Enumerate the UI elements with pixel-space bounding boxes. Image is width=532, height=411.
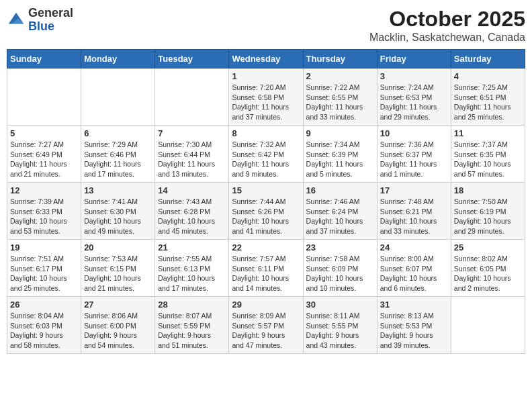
week-row-3: 12Sunrise: 7:39 AM Sunset: 6:33 PM Dayli… (7, 183, 525, 240)
week-row-5: 26Sunrise: 8:04 AM Sunset: 6:03 PM Dayli… (7, 297, 525, 354)
day-info: Sunrise: 8:11 AM Sunset: 5:55 PM Dayligh… (306, 311, 374, 351)
day-info: Sunrise: 7:25 AM Sunset: 6:51 PM Dayligh… (454, 83, 522, 122)
day-number: 5 (10, 128, 78, 138)
day-info: Sunrise: 7:53 AM Sunset: 6:15 PM Dayligh… (84, 254, 152, 293)
day-info: Sunrise: 7:46 AM Sunset: 6:24 PM Dayligh… (306, 197, 374, 236)
day-info: Sunrise: 7:58 AM Sunset: 6:09 PM Dayligh… (306, 254, 374, 293)
day-number: 12 (10, 185, 78, 195)
day-number: 17 (380, 185, 448, 195)
day-number: 1 (232, 71, 300, 81)
day-info: Sunrise: 7:27 AM Sunset: 6:49 PM Dayligh… (10, 140, 78, 179)
calendar-cell: 14Sunrise: 7:43 AM Sunset: 6:28 PM Dayli… (155, 183, 229, 240)
calendar-cell: 16Sunrise: 7:46 AM Sunset: 6:24 PM Dayli… (303, 183, 377, 240)
day-info: Sunrise: 8:06 AM Sunset: 6:00 PM Dayligh… (84, 311, 152, 351)
day-info: Sunrise: 7:32 AM Sunset: 6:42 PM Dayligh… (232, 140, 300, 179)
day-number: 13 (84, 185, 152, 195)
calendar-table: SundayMondayTuesdayWednesdayThursdayFrid… (7, 49, 525, 354)
day-info: Sunrise: 8:04 AM Sunset: 6:03 PM Dayligh… (10, 311, 78, 351)
page-header: General Blue October 2025 Macklin, Saska… (7, 7, 525, 44)
calendar-cell: 28Sunrise: 8:07 AM Sunset: 5:59 PM Dayli… (155, 297, 229, 354)
day-number: 21 (158, 242, 226, 253)
day-number: 7 (158, 128, 226, 138)
day-info: Sunrise: 7:29 AM Sunset: 6:46 PM Dayligh… (84, 140, 152, 179)
calendar-cell: 1Sunrise: 7:20 AM Sunset: 6:58 PM Daylig… (229, 68, 303, 126)
calendar-cell (451, 297, 525, 354)
day-number: 23 (306, 242, 374, 253)
calendar-cell: 22Sunrise: 7:57 AM Sunset: 6:11 PM Dayli… (229, 240, 303, 297)
calendar-cell: 29Sunrise: 8:09 AM Sunset: 5:57 PM Dayli… (229, 297, 303, 354)
day-number: 29 (232, 300, 300, 310)
day-info: Sunrise: 7:30 AM Sunset: 6:44 PM Dayligh… (158, 140, 226, 179)
calendar-cell: 11Sunrise: 7:37 AM Sunset: 6:35 PM Dayli… (451, 126, 525, 183)
day-number: 16 (306, 185, 374, 195)
calendar-cell: 26Sunrise: 8:04 AM Sunset: 6:03 PM Dayli… (7, 297, 81, 354)
day-info: Sunrise: 7:55 AM Sunset: 6:13 PM Dayligh… (158, 254, 226, 293)
calendar-cell: 23Sunrise: 7:58 AM Sunset: 6:09 PM Dayli… (303, 240, 377, 297)
logo-icon (7, 11, 26, 30)
day-number: 11 (454, 128, 522, 138)
day-number: 8 (232, 128, 300, 138)
calendar-cell: 27Sunrise: 8:06 AM Sunset: 6:00 PM Dayli… (81, 297, 155, 354)
calendar-cell: 31Sunrise: 8:13 AM Sunset: 5:53 PM Dayli… (377, 297, 451, 354)
calendar-subtitle: Macklin, Saskatchewan, Canada (369, 32, 525, 44)
week-row-4: 19Sunrise: 7:51 AM Sunset: 6:17 PM Dayli… (7, 240, 525, 297)
day-info: Sunrise: 8:07 AM Sunset: 5:59 PM Dayligh… (158, 311, 226, 351)
day-info: Sunrise: 7:57 AM Sunset: 6:11 PM Dayligh… (232, 254, 300, 293)
day-info: Sunrise: 7:34 AM Sunset: 6:39 PM Dayligh… (306, 140, 374, 179)
day-info: Sunrise: 7:43 AM Sunset: 6:28 PM Dayligh… (158, 197, 226, 236)
day-info: Sunrise: 7:41 AM Sunset: 6:30 PM Dayligh… (84, 197, 152, 236)
day-number: 27 (84, 300, 152, 310)
week-row-2: 5Sunrise: 7:27 AM Sunset: 6:49 PM Daylig… (7, 126, 525, 183)
header-friday: Friday (377, 50, 451, 68)
day-number: 25 (454, 242, 522, 253)
calendar-cell: 12Sunrise: 7:39 AM Sunset: 6:33 PM Dayli… (7, 183, 81, 240)
day-number: 26 (10, 300, 78, 310)
calendar-cell: 20Sunrise: 7:53 AM Sunset: 6:15 PM Dayli… (81, 240, 155, 297)
day-number: 6 (84, 128, 152, 138)
day-number: 9 (306, 128, 374, 138)
day-number: 14 (158, 185, 226, 195)
calendar-cell: 5Sunrise: 7:27 AM Sunset: 6:49 PM Daylig… (7, 126, 81, 183)
day-number: 22 (232, 242, 300, 253)
day-info: Sunrise: 7:22 AM Sunset: 6:55 PM Dayligh… (306, 83, 374, 122)
calendar-cell: 3Sunrise: 7:24 AM Sunset: 6:53 PM Daylig… (377, 68, 451, 126)
calendar-cell: 4Sunrise: 7:25 AM Sunset: 6:51 PM Daylig… (451, 68, 525, 126)
calendar-cell: 10Sunrise: 7:36 AM Sunset: 6:37 PM Dayli… (377, 126, 451, 183)
header-wednesday: Wednesday (229, 50, 303, 68)
day-info: Sunrise: 7:51 AM Sunset: 6:17 PM Dayligh… (10, 254, 78, 293)
calendar-cell: 21Sunrise: 7:55 AM Sunset: 6:13 PM Dayli… (155, 240, 229, 297)
calendar-title: October 2025 (369, 7, 525, 32)
day-number: 31 (380, 300, 448, 310)
calendar-cell: 25Sunrise: 8:02 AM Sunset: 6:05 PM Dayli… (451, 240, 525, 297)
day-info: Sunrise: 7:39 AM Sunset: 6:33 PM Dayligh… (10, 197, 78, 236)
calendar-cell: 17Sunrise: 7:48 AM Sunset: 6:21 PM Dayli… (377, 183, 451, 240)
calendar-cell: 6Sunrise: 7:29 AM Sunset: 6:46 PM Daylig… (81, 126, 155, 183)
calendar-cell: 19Sunrise: 7:51 AM Sunset: 6:17 PM Dayli… (7, 240, 81, 297)
day-info: Sunrise: 8:13 AM Sunset: 5:53 PM Dayligh… (380, 311, 448, 351)
day-info: Sunrise: 7:44 AM Sunset: 6:26 PM Dayligh… (232, 197, 300, 236)
day-info: Sunrise: 8:02 AM Sunset: 6:05 PM Dayligh… (454, 254, 522, 293)
calendar-cell: 13Sunrise: 7:41 AM Sunset: 6:30 PM Dayli… (81, 183, 155, 240)
day-info: Sunrise: 7:20 AM Sunset: 6:58 PM Dayligh… (232, 83, 300, 122)
week-row-1: 1Sunrise: 7:20 AM Sunset: 6:58 PM Daylig… (7, 68, 525, 126)
day-number: 28 (158, 300, 226, 310)
day-number: 20 (84, 242, 152, 253)
day-number: 3 (380, 71, 448, 81)
day-info: Sunrise: 7:48 AM Sunset: 6:21 PM Dayligh… (380, 197, 448, 236)
logo-line2: Blue (28, 20, 73, 34)
title-block: October 2025 Macklin, Saskatchewan, Cana… (369, 7, 525, 44)
day-info: Sunrise: 7:37 AM Sunset: 6:35 PM Dayligh… (454, 140, 522, 179)
calendar-cell: 18Sunrise: 7:50 AM Sunset: 6:19 PM Dayli… (451, 183, 525, 240)
header-sunday: Sunday (7, 50, 81, 68)
day-info: Sunrise: 7:36 AM Sunset: 6:37 PM Dayligh… (380, 140, 448, 179)
day-number: 4 (454, 71, 522, 81)
day-number: 19 (10, 242, 78, 253)
logo-line1: General (28, 7, 73, 20)
calendar-cell: 2Sunrise: 7:22 AM Sunset: 6:55 PM Daylig… (303, 68, 377, 126)
day-number: 18 (454, 185, 522, 195)
calendar-cell (7, 68, 81, 126)
header-thursday: Thursday (303, 50, 377, 68)
calendar-cell: 30Sunrise: 8:11 AM Sunset: 5:55 PM Dayli… (303, 297, 377, 354)
day-number: 10 (380, 128, 448, 138)
calendar-cell: 15Sunrise: 7:44 AM Sunset: 6:26 PM Dayli… (229, 183, 303, 240)
